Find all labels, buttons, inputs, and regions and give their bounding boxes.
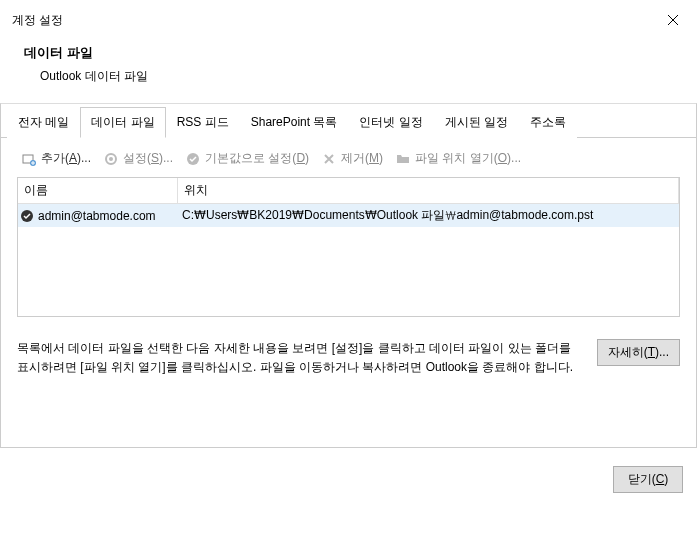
tab-email[interactable]: 전자 메일	[7, 107, 80, 138]
cell-location: C:₩Users₩BK2019₩Documents₩Outlook 파일₩adm…	[178, 204, 679, 227]
folder-icon	[395, 151, 411, 167]
list-header: 이름 위치	[18, 178, 679, 204]
default-check-icon	[20, 209, 34, 223]
details-button[interactable]: 자세히(T)...	[597, 339, 680, 366]
svg-point-3	[109, 157, 113, 161]
close-icon	[667, 14, 679, 26]
tab-data-files[interactable]: 데이터 파일	[80, 107, 165, 138]
col-header-location[interactable]: 위치	[178, 178, 679, 203]
remove-button[interactable]: 제거(M)	[317, 148, 387, 169]
list-item[interactable]: admin@tabmode.com C:₩Users₩BK2019₩Docume…	[18, 204, 679, 227]
tab-strip: 전자 메일 데이터 파일 RSS 피드 SharePoint 목록 인터넷 일정…	[1, 104, 696, 138]
cell-name: admin@tabmode.com	[34, 206, 178, 226]
add-icon	[21, 151, 37, 167]
tab-published-calendar[interactable]: 게시된 일정	[434, 107, 519, 138]
tab-internet-calendar[interactable]: 인터넷 일정	[348, 107, 433, 138]
set-default-button[interactable]: 기본값으로 설정(D)	[181, 148, 313, 169]
gear-icon	[103, 151, 119, 167]
add-button[interactable]: 추가(A)...	[17, 148, 95, 169]
settings-button[interactable]: 설정(S)...	[99, 148, 177, 169]
check-circle-icon	[185, 151, 201, 167]
remove-icon	[321, 151, 337, 167]
col-header-name[interactable]: 이름	[18, 178, 178, 203]
page-subtitle: Outlook 데이터 파일	[24, 68, 685, 85]
data-file-list[interactable]: 이름 위치 admin@tabmode.com C:₩Users₩BK2019₩…	[17, 177, 680, 317]
tab-rss[interactable]: RSS 피드	[166, 107, 240, 138]
page-title: 데이터 파일	[24, 44, 685, 62]
open-location-button[interactable]: 파일 위치 열기(O)...	[391, 148, 525, 169]
close-button[interactable]	[657, 8, 689, 32]
window-title: 계정 설정	[12, 12, 63, 29]
info-text: 목록에서 데이터 파일을 선택한 다음 자세한 내용을 보려면 [설정]을 클릭…	[17, 339, 587, 377]
tab-sharepoint[interactable]: SharePoint 목록	[240, 107, 349, 138]
close-dialog-button[interactable]: 닫기(C)	[613, 466, 683, 493]
tab-address-book[interactable]: 주소록	[519, 107, 577, 138]
toolbar: 추가(A)... 설정(S)... 기본값으로 설정(D) 제거(M) 파일 위…	[1, 138, 696, 177]
